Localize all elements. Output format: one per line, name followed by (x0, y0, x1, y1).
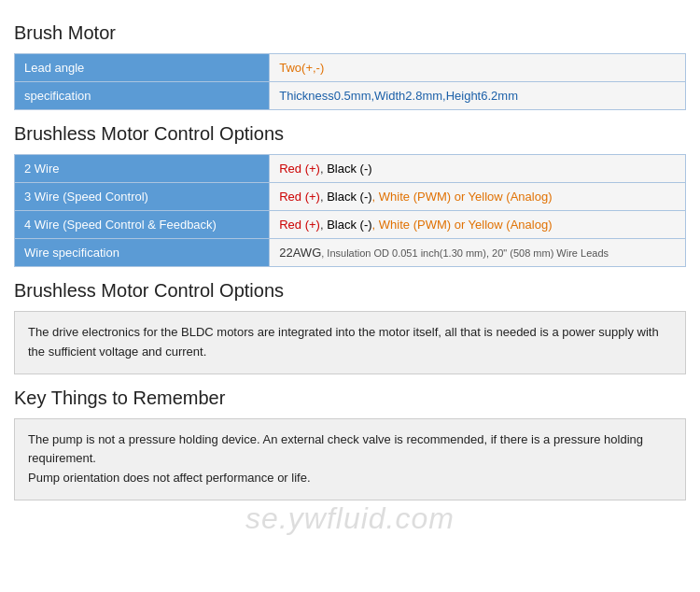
watermark: se.ywfluid.com (245, 501, 455, 536)
key-things-line2: Pump orientation does not affect perform… (28, 469, 672, 488)
brush-motor-title: Brush Motor (14, 22, 686, 46)
brushless-motor-desc-box: The drive electronics for the BLDC motor… (14, 311, 686, 374)
4wire-label: 4 Wire (Speed Control & Feedback) (15, 211, 270, 239)
specification-label: specification (15, 82, 270, 110)
2wire-red: Red (+) (279, 162, 320, 176)
brushless-motor-desc-title: Brushless Motor Control Options (14, 280, 686, 303)
key-things-title: Key Things to Remember (14, 388, 686, 411)
table-row: specification Thickness0.5mm,Width2.8mm,… (15, 82, 686, 110)
4wire-red: Red (+) (279, 218, 320, 232)
brushless-motor-desc-text: The drive electronics for the BLDC motor… (28, 325, 659, 359)
table-row: 3 Wire (Speed Control) Red (+), Black (-… (15, 183, 686, 211)
3wire-value: Red (+), Black (-), White (PWM) or Yello… (270, 183, 686, 211)
4wire-rest: , White (PWM) or Yellow (Analog) (372, 218, 553, 232)
3wire-rest: , White (PWM) or Yellow (Analog) (372, 190, 553, 204)
table-row: 4 Wire (Speed Control & Feedback) Red (+… (15, 211, 686, 239)
brush-motor-table: Lead angle Two(+,-) specification Thickn… (14, 53, 686, 110)
table-row: Lead angle Two(+,-) (15, 54, 686, 82)
2wire-label: 2 Wire (15, 155, 270, 183)
3wire-black: Black (-) (327, 190, 371, 204)
key-things-line1: The pump is not a pressure holding devic… (28, 430, 672, 470)
brushless-motor-control-table: 2 Wire Red (+), Black (-) 3 Wire (Speed … (14, 154, 686, 267)
wire-spec-label: Wire specification (15, 239, 270, 267)
wire-spec-value: 22AWG, Insulation OD 0.051 inch(1.30 mm)… (270, 239, 686, 267)
3wire-label: 3 Wire (Speed Control) (15, 183, 270, 211)
wire-spec-awg: 22AWG (279, 246, 321, 260)
table-row: 2 Wire Red (+), Black (-) (15, 155, 686, 183)
specification-value: Thickness0.5mm,Width2.8mm,Height6.2mm (270, 82, 686, 110)
4wire-value: Red (+), Black (-), White (PWM) or Yello… (270, 211, 686, 239)
2wire-black: Black (-) (327, 162, 371, 176)
lead-angle-label: Lead angle (15, 54, 270, 82)
4wire-black: Black (-) (327, 218, 371, 232)
brushless-motor-control-title: Brushless Motor Control Options (14, 123, 686, 147)
lead-angle-text: Two(+,-) (279, 61, 324, 75)
2wire-value: Red (+), Black (-) (270, 155, 686, 183)
3wire-red: Red (+) (279, 190, 320, 204)
specification-text: Thickness0.5mm,Width2.8mm,Height6.2mm (279, 89, 518, 103)
wire-spec-detail: , Insulation OD 0.051 inch(1.30 mm), 20"… (321, 247, 609, 259)
lead-angle-value: Two(+,-) (270, 54, 686, 82)
key-things-box: The pump is not a pressure holding devic… (14, 418, 686, 500)
table-row: Wire specification 22AWG, Insulation OD … (15, 239, 686, 267)
